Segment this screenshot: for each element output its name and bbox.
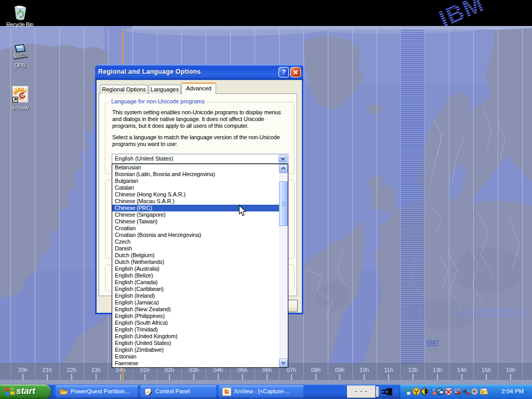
svg-text:22h: 22h (67, 367, 76, 373)
svg-text:13h: 13h (433, 367, 442, 373)
svg-text:IBM: IBM (435, 0, 488, 32)
svg-text:08h: 08h (311, 367, 321, 373)
svg-text:16h: 16h (506, 367, 515, 373)
svg-text:21h: 21h (43, 367, 52, 373)
svg-text:23h: 23h (91, 367, 101, 373)
svg-text:10h: 10h (360, 367, 369, 373)
svg-text:09h: 09h (335, 367, 344, 373)
svg-text:11h: 11h (384, 367, 393, 373)
svg-text:GMT: GMT (427, 339, 440, 345)
svg-text:14h: 14h (457, 367, 467, 373)
svg-text:20h: 20h (18, 367, 28, 373)
svg-text:15h: 15h (482, 367, 491, 373)
svg-text:12h: 12h (408, 367, 418, 373)
